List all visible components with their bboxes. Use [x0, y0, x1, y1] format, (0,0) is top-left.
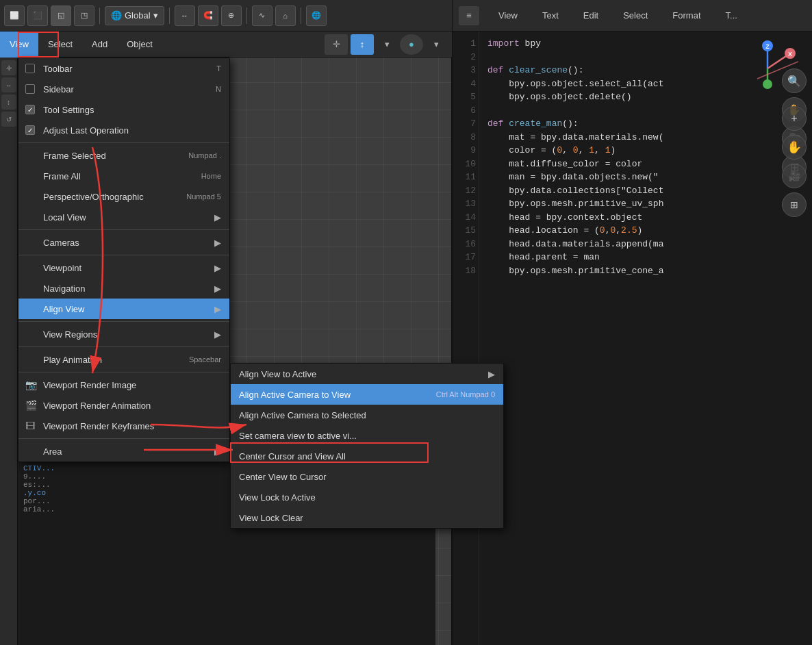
code-menu-format[interactable]: Format — [667, 8, 706, 23]
divider-5 — [18, 346, 229, 347]
svg-line-8 — [757, 62, 798, 79]
menu-item-vp-render-keyframes[interactable]: 🎞 Viewport Render Keyframes — [18, 416, 229, 436]
code-line-18: bpy.ops.mesh.primitive_cone_a — [487, 264, 804, 278]
transform-icon[interactable]: ↔ — [175, 5, 195, 26]
menu-item-frame-all[interactable]: Frame All Home — [18, 166, 229, 186]
menu-item-vp-render-anim[interactable]: 🎬 Viewport Render Animation — [18, 395, 229, 416]
code-line-11: man = bpy.data.objects.new(" — [487, 170, 804, 184]
submenu-view-lock-clear[interactable]: View Lock Clear — [231, 507, 503, 528]
code-menu-text[interactable]: Text — [537, 8, 564, 23]
mode-icon[interactable]: ⬜ — [4, 5, 25, 26]
grid-btn[interactable]: ⊞ — [782, 192, 807, 217]
code-line-9: color = (0, 0, 1, 1) — [487, 144, 804, 157]
checkbox-adjust-last: ✓ — [25, 125, 35, 135]
menu-item-tool-settings[interactable]: ✓ Tool Settings — [18, 99, 229, 120]
render-icon[interactable]: 🌐 — [306, 5, 327, 26]
divider-1 — [18, 142, 229, 143]
editor-type-icon[interactable]: ⬛ — [27, 5, 48, 26]
code-line-7: def create_man(): — [487, 117, 804, 131]
left-tool-4[interactable]: ↺ — [1, 112, 16, 127]
render-expand-btn[interactable]: ▾ — [426, 34, 446, 55]
left-tool-2[interactable]: ↔ — [1, 77, 16, 92]
menu-select[interactable]: Select — [38, 31, 82, 58]
code-line-15: head.location = (0,0,2.5) — [487, 224, 804, 238]
expand-btn[interactable]: ▾ — [377, 34, 397, 55]
global-dropdown[interactable]: 🌐 Global ▾ — [105, 6, 164, 25]
submenu-align-view-to-active[interactable]: Align View to Active ▶ — [231, 364, 503, 384]
submenu-center-cursor-view-all[interactable]: Center Cursor and View All — [231, 446, 503, 466]
menu-item-sidebar[interactable]: Sidebar N — [18, 79, 229, 99]
code-line-12: bpy.data.collections["Collect — [487, 184, 804, 198]
sep4 — [301, 8, 301, 24]
code-line-6 — [487, 104, 804, 118]
menu-item-play-animation[interactable]: Play Animation Spacebar — [18, 349, 229, 370]
dropdown-arrow: ▾ — [153, 10, 158, 21]
top-toolbar: ⬜ ⬛ ◱ ◳ 🌐 Global ▾ ↔ 🧲 ⊕ ∿ ⌂ 🌐 — [0, 0, 452, 31]
code-line-16: head.data.materials.append(ma — [487, 238, 804, 251]
viewport-right-icons: + ✋ 🎥 ⊞ — [782, 106, 807, 217]
menu-object[interactable]: Object — [117, 31, 162, 58]
svg-point-7 — [763, 79, 772, 89]
render-ball-btn[interactable]: ● — [400, 34, 423, 55]
code-panel-icon[interactable]: ≡ — [459, 6, 479, 25]
code-lines: import bpy def clear_scene(): bpy.ops.ob… — [479, 31, 812, 645]
box-icon[interactable]: ◱ — [51, 5, 71, 26]
menu-item-toolbar[interactable]: Toolbar T — [18, 58, 229, 79]
zoom-btn[interactable]: + — [782, 106, 807, 131]
code-menu-edit[interactable]: Edit — [578, 8, 604, 23]
sep2 — [169, 8, 170, 24]
menu-item-align-view[interactable]: Align View ▶ — [18, 299, 229, 319]
camera-render-icon: 📷 — [25, 379, 37, 390]
menu-item-frame-selected[interactable]: Frame Selected Numpad . — [18, 145, 229, 166]
menu-item-navigation[interactable]: Navigation ▶ — [18, 278, 229, 299]
checkbox-tool-settings: ✓ — [25, 105, 35, 114]
menu-view[interactable]: View — [0, 31, 38, 58]
lasso-icon[interactable]: ◳ — [74, 5, 94, 26]
cursor-icon-btn[interactable]: ✛ — [325, 34, 348, 55]
camera-keyframes-icon: 🎞 — [25, 420, 35, 431]
menu-item-viewpoint[interactable]: Viewpoint ▶ — [18, 257, 229, 278]
code-panel-toolbar: ≡ View Text Edit Select Format T... — [452, 0, 812, 31]
divider-2 — [18, 229, 229, 230]
sep3 — [246, 8, 247, 24]
align-view-submenu: Align View to Active ▶ Align Active Came… — [230, 363, 504, 529]
code-menu-more[interactable]: T... — [720, 8, 743, 23]
gizmo[interactable]: Z X — [737, 38, 798, 99]
menu-item-area[interactable]: Area ▶ — [18, 441, 229, 461]
menu-item-adjust-last[interactable]: ✓ Adjust Last Operation — [18, 120, 229, 140]
menu-item-persp-ortho[interactable]: Perspective/Orthographic Numpad 5 — [18, 186, 229, 207]
divider-6 — [18, 372, 229, 372]
submenu-view-lock-active[interactable]: View Lock to Active — [231, 487, 503, 507]
code-line-8: mat = bpy.data.materials.new( — [487, 131, 804, 144]
cam-btn[interactable]: 🎥 — [782, 164, 807, 188]
menu-item-local-view[interactable]: Local View ▶ — [18, 207, 229, 227]
menu-item-vp-render-image[interactable]: 📷 Viewport Render Image — [18, 375, 229, 395]
wave-icon[interactable]: ∿ — [252, 5, 272, 26]
submenu-align-cam-to-view[interactable]: Align Active Camera to View Ctrl Alt Num… — [231, 384, 503, 405]
snap-icon[interactable]: 🧲 — [198, 5, 218, 26]
left-tool-3[interactable]: ↕ — [1, 94, 16, 110]
proportional-icon[interactable]: ⊕ — [221, 5, 242, 26]
checkbox-toolbar — [25, 64, 35, 73]
submenu-set-cam-view[interactable]: Set camera view to active vi... — [231, 425, 503, 446]
menu-item-view-regions[interactable]: View Regions ▶ — [18, 324, 229, 344]
transform-active-btn[interactable]: ↕ — [351, 34, 374, 55]
left-tool-1[interactable]: ✛ — [1, 60, 16, 75]
divider-4 — [18, 321, 229, 322]
modifier-icon[interactable]: ⌂ — [275, 5, 296, 26]
code-menu-select[interactable]: Select — [618, 8, 653, 23]
svg-text:X: X — [788, 51, 792, 58]
menu-bar: View Select Add Object ✛ ↕ ▾ ● ▾ — [0, 31, 452, 58]
submenu-align-cam-to-selected[interactable]: Align Active Camera to Selected — [231, 405, 503, 425]
pan-btn[interactable]: ✋ — [782, 135, 807, 160]
code-line-10: mat.diffuse_color = color — [487, 157, 804, 171]
code-line-13: bpy.ops.mesh.primitive_uv_sph — [487, 197, 804, 211]
code-menu-view[interactable]: View — [493, 8, 523, 23]
code-line-17: head.parent = man — [487, 251, 804, 264]
left-toolbar: ✛ ↔ ↕ ↺ — [0, 58, 18, 645]
menu-add[interactable]: Add — [82, 31, 117, 58]
submenu-center-view-cursor[interactable]: Center View to Cursor — [231, 466, 503, 487]
view-dropdown-menu: Toolbar T Sidebar N ✓ Tool Settings ✓ Ad… — [18, 58, 230, 462]
menu-item-cameras[interactable]: Cameras ▶ — [18, 232, 229, 253]
svg-text:Z: Z — [765, 43, 770, 50]
